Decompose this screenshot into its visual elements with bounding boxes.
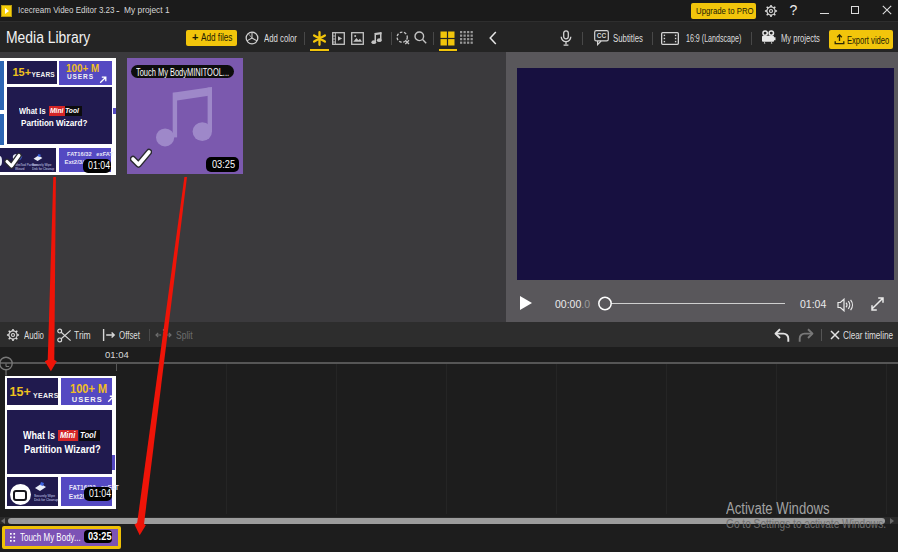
svg-text:CC: CC [597,32,607,39]
